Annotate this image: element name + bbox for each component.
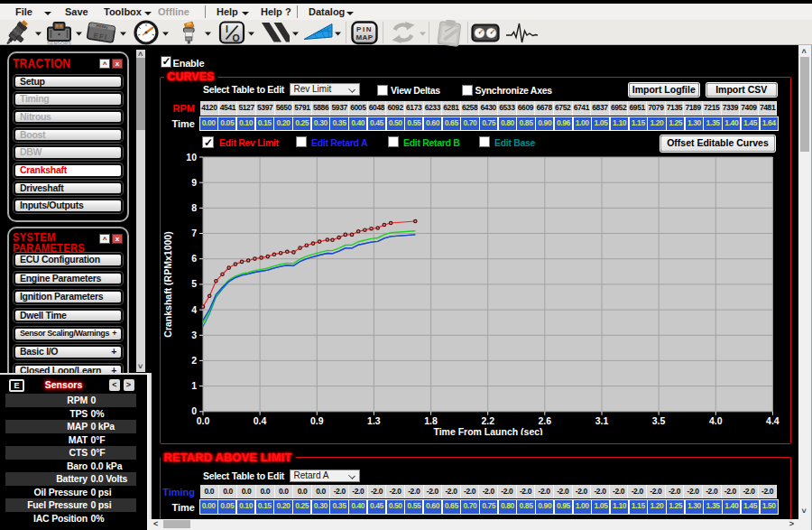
svg-text:PIN: PIN <box>356 25 373 33</box>
svg-text:MAP: MAP <box>356 33 374 42</box>
svg-text:1.3: 1.3 <box>367 415 381 426</box>
svg-text:0.0: 0.0 <box>197 415 210 426</box>
svg-text:Crankshaft (RPMx1000): Crankshaft (RPMx1000) <box>162 231 173 337</box>
svg-text:2.6: 2.6 <box>538 415 551 426</box>
svg-text:O: O <box>232 33 239 43</box>
svg-text:6: 6 <box>191 253 197 264</box>
svg-text:2: 2 <box>191 355 197 366</box>
svg-text:8: 8 <box>191 202 197 213</box>
svg-text:3: 3 <box>191 330 197 340</box>
svg-text:SENSORS: SENSORS <box>47 41 71 46</box>
svg-text:0.4: 0.4 <box>254 415 267 426</box>
svg-text:4.4: 4.4 <box>766 415 780 426</box>
svg-text:7: 7 <box>191 228 197 238</box>
svg-text:Time From Launch (sec): Time From Launch (sec) <box>433 426 542 435</box>
svg-text:0.9: 0.9 <box>310 415 324 426</box>
svg-text:4.0: 4.0 <box>709 415 723 426</box>
svg-text:3.1: 3.1 <box>595 415 609 426</box>
svg-text:I: I <box>226 23 228 34</box>
svg-text:5: 5 <box>191 278 197 289</box>
svg-text:1: 1 <box>191 380 197 391</box>
svg-text:3.5: 3.5 <box>652 415 666 426</box>
svg-text:2.2: 2.2 <box>481 415 494 426</box>
svg-text:1.8: 1.8 <box>424 415 438 426</box>
svg-text:9: 9 <box>191 177 197 188</box>
svg-text:10: 10 <box>186 152 197 163</box>
svg-text:4: 4 <box>191 304 197 315</box>
